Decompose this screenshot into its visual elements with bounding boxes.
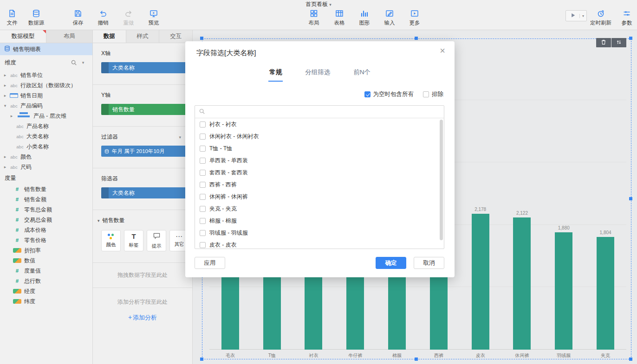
selector-field-pill[interactable]: 大类名称 — [101, 187, 190, 198]
bar-column[interactable]: 1,880羽绒服 — [543, 71, 585, 359]
pill-grip[interactable] — [101, 187, 109, 198]
measure-item[interactable]: 数值 — [0, 255, 92, 266]
value-list-item[interactable]: 休闲裤 - 休闲裤 — [195, 191, 444, 203]
bar-column[interactable]: 2,178皮衣 — [460, 71, 501, 359]
cancel-button[interactable]: 取消 — [414, 257, 444, 269]
measure-item[interactable]: 销售数量 — [0, 184, 92, 194]
tab-top-n[interactable]: 前N个 — [352, 68, 371, 82]
exclude-checkbox[interactable] — [423, 91, 429, 97]
pill-grip[interactable] — [101, 62, 109, 73]
bar-column[interactable]: 2,122休闲裤 — [501, 71, 543, 359]
value-list-item[interactable]: T恤 - T恤 — [195, 142, 444, 154]
value-checkbox[interactable] — [200, 158, 206, 164]
dataset-item[interactable]: 销售明细表 — [0, 43, 92, 55]
value-checkbox[interactable] — [200, 146, 206, 152]
resize-handle-top-right[interactable] — [629, 37, 632, 40]
value-list-item[interactable]: 休闲衬衣 - 休闲衬衣 — [195, 130, 444, 142]
measure-item[interactable]: 经度 — [0, 286, 92, 296]
input-button[interactable]: 输入 — [377, 7, 402, 28]
tab-general[interactable]: 常规 — [268, 68, 283, 82]
value-list-item[interactable]: 皮衣 - 皮衣 — [195, 239, 444, 249]
tab-layout[interactable]: 布局 — [46, 30, 92, 43]
tab-group-filter[interactable]: 分组筛选 — [304, 68, 331, 82]
resize-handle-bottom-left[interactable] — [200, 358, 203, 361]
dimension-item[interactable]: 颜色 — [0, 152, 92, 162]
table-button[interactable]: 表格 — [327, 7, 351, 28]
bar-column[interactable]: 1,804夹克 — [585, 71, 626, 359]
measure-item[interactable]: 零售价格 — [0, 235, 92, 245]
dimension-item[interactable]: 产品 - 层次维 — [0, 111, 92, 121]
caret-right-icon[interactable] — [3, 154, 7, 159]
save-button[interactable]: 保存 — [66, 7, 90, 28]
dimension-item[interactable]: 小类名称 — [0, 141, 92, 152]
run-split-button[interactable]: ▾ — [566, 10, 587, 21]
resize-handle-bottom-right[interactable] — [629, 358, 632, 361]
dimension-item[interactable]: 行政区划（数据级次） — [0, 80, 92, 90]
timed-refresh-button[interactable]: 定时刷新 — [589, 7, 613, 28]
measure-item[interactable]: 销售金额 — [0, 194, 92, 204]
close-icon[interactable]: × — [440, 46, 445, 55]
resize-handle-top-mid[interactable] — [415, 37, 418, 40]
chevron-down-icon[interactable]: ▾ — [179, 135, 184, 140]
value-search-input[interactable] — [208, 109, 440, 115]
color-mark-button[interactable]: 颜色 — [101, 230, 121, 251]
resize-handle-mid-right[interactable] — [629, 197, 632, 200]
datasource-button[interactable]: 数据源 — [24, 7, 48, 28]
value-checkbox[interactable] — [200, 170, 206, 176]
y-axis-field-pill[interactable]: 销售数量 — [101, 104, 190, 115]
tab-data[interactable]: 数据 — [93, 30, 126, 43]
x-axis-field-pill[interactable]: 大类名称 — [101, 62, 190, 73]
bar[interactable] — [472, 214, 489, 350]
tab-data-model[interactable]: 数据模型 — [0, 30, 46, 43]
value-checkbox[interactable] — [200, 218, 206, 224]
measure-item[interactable]: 零售总金额 — [0, 204, 92, 215]
dimension-item[interactable]: 销售日期 — [0, 90, 92, 101]
caret-down-icon[interactable] — [3, 103, 7, 108]
undo-button[interactable]: 撤销 — [91, 7, 115, 28]
pill-grip[interactable] — [101, 104, 109, 115]
delete-widget-button[interactable] — [596, 38, 611, 47]
value-list-item[interactable]: 棉服 - 棉服 — [195, 215, 444, 227]
caret-right-icon[interactable] — [3, 93, 7, 98]
value-checkbox[interactable] — [200, 242, 206, 248]
value-checkbox[interactable] — [200, 182, 206, 188]
value-checkbox[interactable] — [200, 121, 206, 128]
layout-button[interactable]: 布局 — [302, 7, 326, 28]
caret-right-icon[interactable] — [3, 83, 7, 88]
value-checkbox[interactable] — [200, 206, 206, 212]
bar[interactable] — [513, 217, 531, 350]
value-checkbox[interactable] — [200, 134, 206, 140]
scrollbar-thumb[interactable] — [440, 120, 443, 240]
measure-item[interactable]: 成本价格 — [0, 225, 92, 235]
add-analysis-button[interactable]: +添加分析 — [93, 313, 192, 322]
include-empty-option[interactable]: 为空时包含所有 — [364, 90, 414, 98]
include-empty-checkbox[interactable] — [364, 91, 370, 97]
play-icon[interactable] — [566, 12, 579, 20]
file-button[interactable]: 文件 — [0, 7, 24, 28]
search-icon[interactable] — [69, 59, 78, 66]
resize-handle-top-left[interactable] — [200, 37, 203, 40]
value-list-item[interactable]: 衬衣 - 衬衣 — [195, 118, 444, 130]
measure-section-header[interactable]: ▾ 销售数量 — [93, 217, 192, 224]
params-button[interactable]: 参数 — [615, 7, 637, 28]
ok-button[interactable]: 确定 — [376, 257, 406, 269]
value-list-item[interactable]: 羽绒服 - 羽绒服 — [195, 227, 444, 239]
value-list-item[interactable]: 夹克 - 夹克 — [195, 203, 444, 215]
value-checkbox[interactable] — [200, 194, 206, 200]
more-button[interactable]: 更多 — [403, 7, 427, 28]
caret-right-icon[interactable] — [3, 165, 7, 169]
dimension-item[interactable]: 销售单位 — [0, 70, 92, 80]
bar[interactable] — [597, 237, 614, 350]
dimension-item[interactable]: 产品编码 — [0, 101, 92, 111]
measure-item[interactable]: 交易总金额 — [0, 215, 92, 225]
filter-condition-pill[interactable]: 年月 属于 2010年10月 — [101, 146, 190, 157]
apply-button[interactable]: 应用 — [195, 257, 225, 269]
resize-handle-bottom-mid[interactable] — [415, 358, 418, 361]
bar[interactable] — [555, 232, 572, 350]
value-list-item[interactable]: 西裤 - 西裤 — [195, 179, 444, 191]
chevron-down-icon[interactable]: ▾ — [78, 60, 88, 65]
tab-style[interactable]: 样式 — [126, 30, 160, 43]
value-list-item[interactable]: 套西装 - 套西装 — [195, 166, 444, 179]
dimension-item[interactable]: 大类名称 — [0, 131, 92, 141]
dimension-item[interactable]: 产品名称 — [0, 121, 92, 131]
